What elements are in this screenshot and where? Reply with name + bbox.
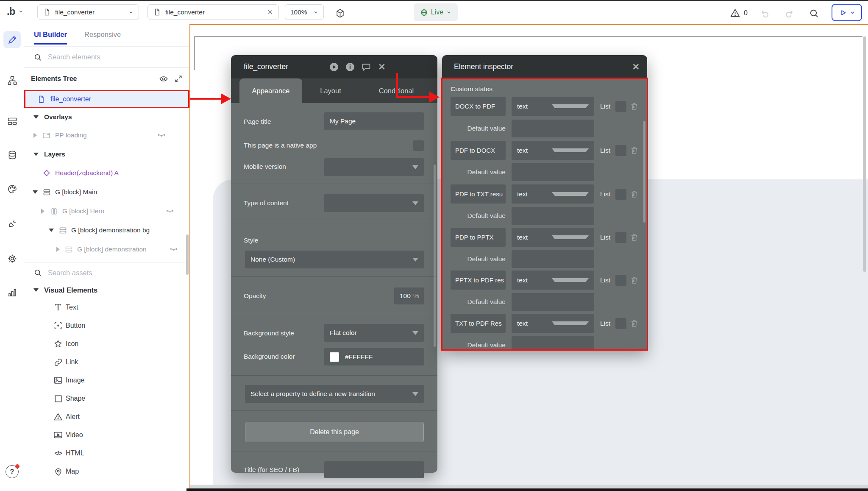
tree-section-layers[interactable]: Layers [33,147,65,162]
search-assets-field[interactable]: Search assets [24,262,189,283]
tab-layout[interactable]: Layout [305,78,356,103]
tree-section-overlays[interactable]: Overlays [33,109,72,125]
open-page-tab[interactable]: file_converter [147,4,279,20]
list-checkbox[interactable] [615,145,626,156]
comments-button[interactable] [361,62,371,72]
undo-button[interactable] [760,8,770,19]
state-name-box[interactable]: DOCX to PDF [451,97,506,116]
workflow-tab-button[interactable] [3,72,21,89]
trash-icon[interactable] [630,319,639,328]
state-type-select[interactable]: text [512,228,594,247]
preview-element-button[interactable] [329,62,339,72]
asset-item-icon[interactable]: Icon [24,335,189,352]
caret-down-icon[interactable] [33,153,39,156]
search-elements-field[interactable]: Search elements [24,47,189,68]
property-editor-scrollbar[interactable] [434,165,436,347]
tab-responsive[interactable]: Responsive [84,31,121,39]
plugins-tab-button[interactable] [3,215,21,232]
color-swatch[interactable] [330,352,339,362]
element-inspector-scrollbar[interactable] [643,121,645,223]
eye-closed-icon[interactable] [169,245,178,254]
asset-item-text[interactable]: T Text [24,299,189,316]
expand-tree-icon[interactable] [174,75,183,83]
state-type-select[interactable]: text [512,314,594,333]
caret-down-icon[interactable] [49,229,54,232]
caret-right-icon[interactable] [41,209,45,214]
environment-selector[interactable]: Live [414,3,458,21]
opacity-input[interactable]: 100% [394,287,424,304]
asset-item-link[interactable]: Link [24,354,189,371]
transition-select[interactable]: Select a property to define a new transi… [245,385,424,403]
asset-item-alert[interactable]: Alert [24,408,189,425]
asset-item-video[interactable]: Video [24,427,189,444]
data-tab-button[interactable] [3,146,21,164]
tab-appearance[interactable]: Appearance [239,78,302,103]
property-editor-header[interactable]: file_converter ✕ [231,55,437,78]
asset-item-shape[interactable]: Shape [24,390,189,407]
state-name-box[interactable]: PPTX to PDF res [451,271,506,290]
preview-run-button[interactable] [832,4,862,21]
default-value-input[interactable] [512,336,594,350]
state-name-box[interactable]: PDF to TXT resu [451,184,506,204]
close-panel-icon[interactable]: ✕ [632,62,640,71]
state-type-select[interactable]: text [512,141,594,160]
settings-tab-button[interactable] [3,250,21,267]
list-checkbox[interactable] [615,189,626,200]
list-checkbox[interactable] [615,275,626,286]
default-value-input[interactable] [512,163,594,181]
trash-icon[interactable] [630,276,639,285]
eye-closed-icon[interactable] [157,131,166,140]
caret-right-icon[interactable] [33,133,37,138]
type-of-content-select[interactable] [324,194,424,212]
tree-item-page-file-converter[interactable]: file_converter [24,90,189,108]
delete-page-button[interactable]: Delete this page [245,422,424,442]
caret-right-icon[interactable] [56,247,60,252]
tree-item-block-demonstration-bg[interactable]: G [block] demonstration bg [49,223,150,238]
logs-tab-button[interactable] [3,284,21,301]
state-name-box[interactable]: PDF to DOCX [451,141,506,160]
asset-item-image[interactable]: Image [24,372,189,389]
asset-item-button[interactable]: Button [24,317,189,334]
state-type-select[interactable]: text [512,184,594,204]
page-title-input[interactable]: My Page [324,112,424,130]
component-library-button[interactable] [335,8,345,19]
trash-icon[interactable] [630,233,639,242]
native-app-checkbox[interactable] [413,140,424,151]
trash-icon[interactable] [630,190,639,198]
asset-item-html[interactable]: </> HTML [24,445,189,462]
left-panel-scrollbar[interactable] [186,234,189,275]
caret-down-icon[interactable] [33,288,39,292]
default-value-input[interactable] [512,120,594,137]
list-checkbox[interactable] [615,232,626,243]
state-name-box[interactable]: PDP to PPTX [451,228,506,247]
trash-icon[interactable] [630,102,639,111]
background-style-select[interactable]: Flat color [324,324,424,342]
caret-down-icon[interactable] [33,190,38,194]
element-inspector-header[interactable]: Element inspector ✕ [442,55,647,78]
state-type-select[interactable]: text [512,97,594,116]
default-value-input[interactable] [512,250,594,268]
tree-item-header-component[interactable]: Header(zqbackend) A [42,165,119,181]
zoom-level-dropdown[interactable]: 100% [285,4,324,20]
styles-tab-button[interactable] [3,180,21,198]
tree-item-block-demonstration[interactable]: G [block] demonstration [56,242,189,257]
close-tab-icon[interactable] [267,9,273,15]
eye-closed-icon[interactable] [165,206,175,216]
trash-icon[interactable] [630,146,639,155]
default-value-input[interactable] [512,207,594,225]
design-tab-button[interactable] [3,31,21,48]
eye-icon[interactable] [159,74,168,84]
caret-down-icon[interactable] [33,115,39,119]
close-panel-icon[interactable]: ✕ [378,62,386,71]
search-button[interactable] [809,8,819,19]
visual-elements-section[interactable]: Visual Elements [33,282,97,298]
state-type-select[interactable]: text [512,271,594,290]
redo-button[interactable] [784,8,795,19]
seo-title-input[interactable] [324,461,424,478]
asset-item-map[interactable]: Map [24,463,189,480]
element-inspector-button[interactable] [345,62,355,72]
list-checkbox[interactable] [615,318,626,329]
tab-ui-builder[interactable]: UI Builder [34,31,67,39]
tree-item-block-main[interactable]: G [block] Main [33,184,97,200]
default-value-input[interactable] [512,293,594,311]
